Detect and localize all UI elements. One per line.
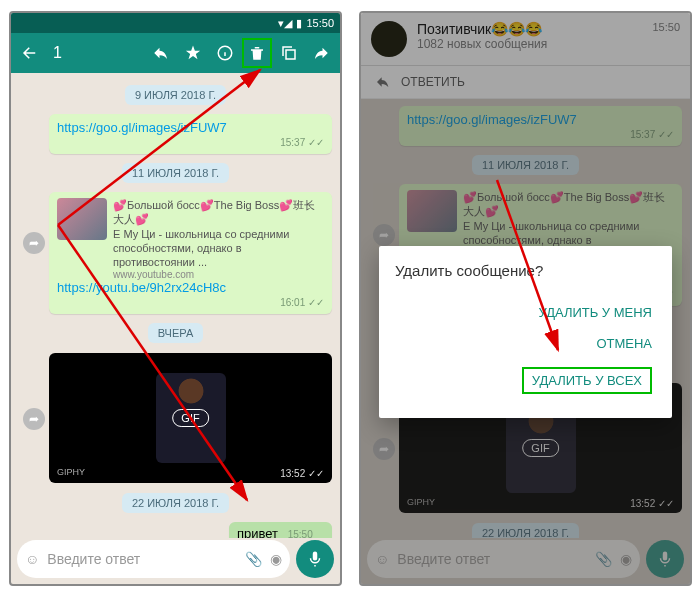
date-chip: 9 ИЮЛЯ 2018 Г. [125,85,226,105]
date-chip: 22 ИЮЛЯ 2018 Г. [122,493,229,513]
message-bubble[interactable]: 💕Большой босс💕The Big Boss💕班长大人💕 Е Му Ци… [49,192,332,314]
delete-icon[interactable] [242,38,272,68]
star-icon[interactable] [178,38,208,68]
gif-message[interactable]: GIF GIPHY 13:52 ✓✓ [49,353,332,483]
message-link[interactable]: https://youtu.be/9h2rx24cH8c [57,280,324,295]
status-time: 15:50 [306,17,334,29]
dialog-title: Удалить сообщение? [395,262,656,279]
input-placeholder: Введите ответ [47,551,237,567]
gif-label: GIF [172,409,208,427]
battery-icon: ▮ [296,17,302,30]
camera-icon[interactable]: ◉ [270,551,282,567]
date-chip: 11 ИЮЛЯ 2018 Г. [122,163,229,183]
copy-icon[interactable] [274,38,304,68]
message-bubble[interactable]: https://goo.gl/images/izFUW7 15:37 ✓✓ [49,114,332,154]
input-bar: ☺ Введите ответ 📎 ◉ [17,540,334,578]
wifi-icon: ▾◢ [278,17,292,30]
reply-icon[interactable] [146,38,176,68]
message-link[interactable]: https://goo.gl/images/izFUW7 [57,120,324,135]
link-preview: 💕Большой босс💕The Big Boss💕班长大人💕 Е Му Ци… [57,198,324,280]
preview-domain: www.youtube.com [113,269,324,280]
message-time: 15:37 ✓✓ [57,137,324,148]
back-icon[interactable] [15,38,45,68]
preview-title: 💕Большой босс💕The Big Boss💕班长大人💕 [113,198,324,227]
selection-toolbar: 1 [11,33,340,73]
emoji-icon[interactable]: ☺ [25,551,39,567]
message-text: привет [237,526,278,538]
phone-right: https://goo.gl/images/izFUW7 15:37 ✓✓ 11… [359,11,692,586]
cancel-button[interactable]: ОТМЕНА [395,328,656,359]
message-time: 16:01 ✓✓ [57,297,324,308]
attach-icon[interactable]: 📎 [245,551,262,567]
delete-for-me-button[interactable]: УДАЛИТЬ У МЕНЯ [395,297,656,328]
svg-rect-1 [286,50,295,59]
preview-thumb [57,198,107,240]
info-icon[interactable] [210,38,240,68]
delete-for-everyone-button[interactable]: УДАЛИТЬ У ВСЕХ [395,359,656,402]
giphy-label: GIPHY [57,467,85,477]
message-input[interactable]: ☺ Введите ответ 📎 ◉ [17,540,290,578]
preview-desc: Е Му Ци - школьница со средними способно… [113,227,324,270]
forward-circle-icon[interactable]: ➦ [23,232,45,254]
message-time: 13:52 ✓✓ [280,468,324,479]
status-bar: ▾◢ ▮ 15:50 [11,13,340,33]
chat-area: 9 ИЮЛЯ 2018 Г. https://goo.gl/images/izF… [11,75,340,538]
selected-message[interactable]: привет 15:50 ✓✓ [229,522,332,538]
forward-circle-icon[interactable]: ➦ [23,408,45,430]
phone-left: ▾◢ ▮ 15:50 1 9 ИЮЛЯ 2018 Г. https://goo.… [9,11,342,586]
forward-icon[interactable] [306,38,336,68]
selection-count: 1 [53,44,144,62]
date-chip: ВЧЕРА [148,323,203,343]
mic-button[interactable] [296,540,334,578]
delete-dialog: Удалить сообщение? УДАЛИТЬ У МЕНЯ ОТМЕНА… [379,246,672,418]
